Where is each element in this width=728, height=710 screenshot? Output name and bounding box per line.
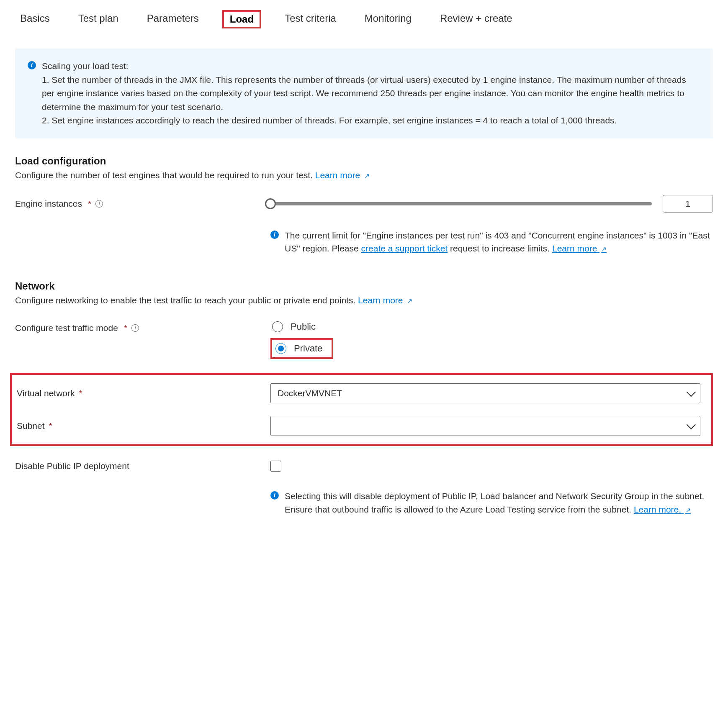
disable-public-ip-info: i Selecting this will disable deployment… (270, 490, 713, 517)
disable-public-ip-label-col: Disable Public IP deployment (15, 461, 270, 471)
subnet-label-col: Subnet * (12, 421, 270, 431)
traffic-mode-label-col: Configure test traffic mode * i (15, 320, 270, 333)
network-section: Network Configure networking to enable t… (15, 280, 713, 517)
scaling-info-text: Scaling your load test: 1. Set the numbe… (42, 59, 700, 128)
scaling-line2: 2. Set engine instances accordingly to r… (42, 115, 617, 125)
subnet-label: Subnet (17, 421, 45, 431)
external-link-icon: ↗ (601, 246, 607, 253)
traffic-mode-label: Configure test traffic mode (15, 323, 118, 333)
engine-limit-info: i The current limit for "Engine instance… (270, 229, 713, 255)
create-support-ticket-link[interactable]: create a support ticket (361, 244, 448, 253)
limit-text-2: request to increase limits. (450, 244, 552, 253)
tab-test-criteria[interactable]: Test criteria (280, 10, 341, 28)
scaling-line1: 1. Set the number of threads in the JMX … (42, 75, 686, 112)
network-learn-more-link[interactable]: Learn more ↗ (358, 295, 412, 305)
traffic-mode-public-option[interactable]: Public (270, 320, 333, 334)
tab-parameters[interactable]: Parameters (142, 10, 204, 28)
engine-limit-learn-more-link[interactable]: Learn more ↗ (552, 244, 607, 253)
subnet-control (270, 416, 705, 436)
load-config-desc-row: Configure the number of test engines tha… (15, 170, 713, 180)
tab-load[interactable]: Load (222, 10, 261, 28)
load-config-title: Load configuration (15, 155, 713, 167)
virtual-network-label-col: Virtual network * (12, 388, 270, 398)
slider-thumb[interactable] (265, 198, 276, 209)
network-learn-more-text: Learn more (358, 295, 403, 305)
disable-public-ip-label: Disable Public IP deployment (15, 461, 129, 471)
traffic-mode-public-label: Public (291, 321, 316, 332)
engine-slider-wrap: 1 (270, 195, 713, 213)
network-desc: Configure networking to enable the test … (15, 295, 358, 305)
engine-limit-text: The current limit for "Engine instances … (285, 229, 713, 255)
disable-public-ip-learn-more-link[interactable]: Learn more. ↗ (634, 505, 691, 514)
engine-instances-control: 1 (270, 195, 713, 213)
load-config-learn-more-text: Learn more (315, 170, 360, 180)
external-link-icon: ↗ (364, 172, 370, 179)
tab-basics[interactable]: Basics (15, 10, 55, 28)
virtual-network-row: Virtual network * DockerVMVNET (12, 383, 705, 403)
info-icon: i (28, 61, 36, 69)
help-icon[interactable]: i (95, 200, 103, 208)
subnet-dropdown[interactable] (270, 416, 700, 436)
network-title: Network (15, 280, 713, 292)
required-indicator: * (49, 421, 52, 431)
traffic-mode-private-label: Private (294, 343, 322, 354)
required-indicator: * (124, 323, 127, 333)
disable-public-ip-control (270, 461, 713, 472)
engine-instances-label: Engine instances (15, 199, 82, 209)
info-icon: i (270, 491, 279, 500)
help-icon[interactable]: i (131, 324, 139, 332)
external-link-icon: ↗ (407, 297, 412, 305)
tab-test-plan[interactable]: Test plan (73, 10, 123, 28)
tab-review-create[interactable]: Review + create (435, 10, 517, 28)
virtual-network-value: DockerVMVNET (278, 388, 342, 398)
engine-limit-learn-more-text: Learn more (552, 244, 597, 253)
disable-public-ip-checkbox[interactable] (270, 461, 281, 472)
virtual-network-control: DockerVMVNET (270, 383, 705, 403)
engine-instances-slider[interactable] (270, 202, 652, 205)
traffic-mode-private-highlight: Private (270, 338, 333, 359)
vnet-subnet-highlight: Virtual network * DockerVMVNET Subnet * (10, 373, 713, 446)
engine-instances-label-col: Engine instances * i (15, 199, 270, 209)
radio-checked-icon (275, 343, 286, 354)
tab-bar: Basics Test plan Parameters Load Test cr… (15, 10, 713, 28)
info-icon: i (270, 231, 279, 239)
engine-instances-row: Engine instances * i 1 (15, 195, 713, 213)
scaling-info-panel: i Scaling your load test: 1. Set the num… (15, 49, 713, 138)
traffic-mode-row: Configure test traffic mode * i Public P… (15, 320, 713, 359)
engine-instances-value-input[interactable]: 1 (663, 195, 713, 213)
traffic-mode-private-option[interactable]: Private (275, 343, 326, 354)
traffic-mode-options: Public Private (270, 320, 333, 359)
subnet-row: Subnet * (12, 416, 705, 436)
disable-public-ip-text: Selecting this will disable deployment o… (285, 490, 713, 517)
chevron-down-icon (687, 387, 696, 397)
load-config-section: Load configuration Configure the number … (15, 155, 713, 255)
disable-public-ip-learn-more-text: Learn more. (634, 505, 681, 514)
virtual-network-label: Virtual network (17, 388, 75, 398)
required-indicator: * (88, 199, 91, 209)
virtual-network-dropdown[interactable]: DockerVMVNET (270, 383, 700, 403)
scaling-heading: Scaling your load test: (42, 61, 129, 71)
required-indicator: * (79, 388, 82, 398)
chevron-down-icon (687, 420, 696, 430)
tab-monitoring[interactable]: Monitoring (360, 10, 417, 28)
network-desc-row: Configure networking to enable the test … (15, 295, 713, 305)
radio-unchecked-icon (272, 321, 283, 332)
load-config-desc: Configure the number of test engines tha… (15, 170, 315, 180)
disable-public-ip-row: Disable Public IP deployment (15, 457, 713, 475)
external-link-icon: ↗ (685, 507, 691, 514)
load-config-learn-more-link[interactable]: Learn more ↗ (315, 170, 370, 180)
